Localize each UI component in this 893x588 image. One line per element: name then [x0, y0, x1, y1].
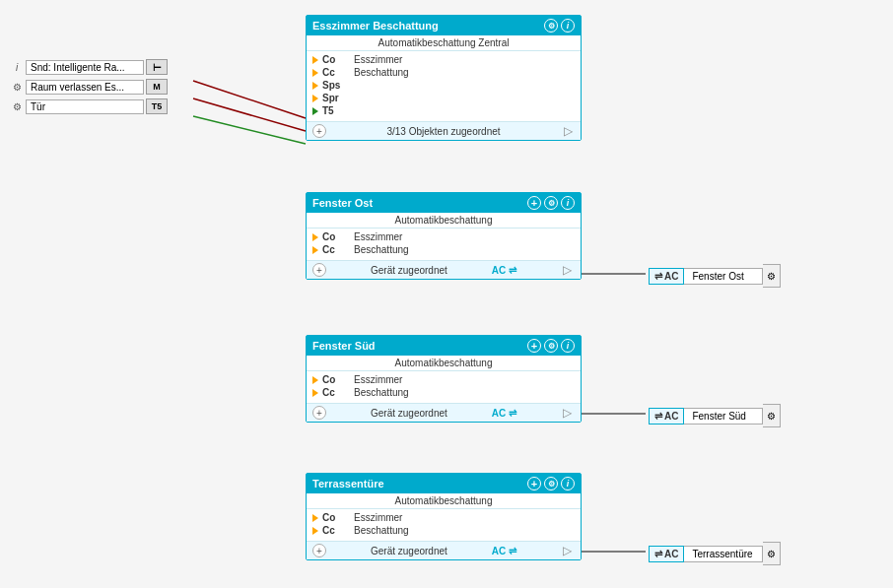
- left-item-tur-button[interactable]: T5: [146, 98, 168, 114]
- footer-plus-block4[interactable]: +: [312, 544, 326, 557]
- device-ac-icon-2: ⇌: [654, 411, 662, 422]
- row-value-co: Esszimmer: [354, 54, 402, 65]
- block-terrassenture-row-cc: Cc Beschattung: [312, 524, 575, 537]
- footer-ac-block2[interactable]: AC ⇌: [492, 265, 516, 276]
- svg-line-2: [193, 116, 306, 144]
- row-value-cc: Beschattung: [354, 67, 409, 78]
- footer-arrow-block3: ▷: [561, 406, 575, 420]
- info-icon-block4[interactable]: i: [561, 477, 575, 490]
- connector-terrassenture-cc: [312, 527, 318, 535]
- plus-icon-block3[interactable]: +: [527, 339, 541, 353]
- block-terrassenture-title: Terrassentüre: [312, 478, 527, 490]
- gear-icon-block4[interactable]: ⚙: [544, 477, 558, 490]
- footer-ac-block3[interactable]: AC ⇌: [492, 408, 516, 419]
- row-value-fenster-ost-cc: Beschattung: [354, 244, 409, 255]
- device-gear-fenster-ost[interactable]: ⚙: [763, 264, 781, 288]
- block-fenster-sud-header: Fenster Süd + ⚙ i: [307, 336, 581, 356]
- left-item-raum-button[interactable]: M: [146, 79, 168, 95]
- connector-fenster-ost-cc: [312, 246, 318, 254]
- block-esszimmer-row-t5: T5: [312, 104, 575, 117]
- row-label-terrassenture-cc: Cc: [322, 525, 350, 536]
- block-fenster-sud-header-icons: + ⚙ i: [527, 339, 575, 353]
- block-esszimmer-header: Esszimmer Beschattung ⚙ i: [307, 16, 581, 35]
- gear-icon-block3[interactable]: ⚙: [544, 339, 558, 353]
- connector-cc: [312, 69, 318, 77]
- block-fenster-ost-subtitle: Automatikbeschattung: [307, 213, 581, 229]
- svg-line-0: [193, 81, 306, 118]
- block-fenster-ost-row-co: Co Esszimmer: [312, 230, 575, 243]
- left-item-snd-button[interactable]: ⊢: [146, 59, 168, 75]
- block-terrassenture: Terrassentüre + ⚙ i Automatikbeschattung…: [306, 473, 582, 560]
- block-fenster-ost-title: Fenster Ost: [312, 197, 527, 209]
- block-fenster-sud-body: Co Esszimmer Cc Beschattung: [307, 371, 581, 403]
- block-fenster-sud-title: Fenster Süd: [312, 340, 527, 352]
- row-value-fenster-ost-co: Esszimmer: [354, 231, 402, 242]
- block-fenster-ost-header-icons: + ⚙ i: [527, 196, 575, 210]
- connector-sps: [312, 82, 318, 90]
- device-ac-fenster-ost[interactable]: ⇌ AC: [649, 268, 684, 285]
- footer-ac-block4[interactable]: AC ⇌: [492, 546, 516, 556]
- row-label-terrassenture-co: Co: [322, 512, 350, 523]
- gear-icon-raum: ⚙: [10, 80, 24, 94]
- row-label-spr: Spr: [322, 93, 350, 103]
- info-icon-block2[interactable]: i: [561, 196, 575, 210]
- block-terrassenture-header-icons: + ⚙ i: [527, 477, 575, 490]
- device-block-terrassenture: ⇌ AC Terrassentüre ⚙: [649, 542, 781, 565]
- connector-terrassenture-co: [312, 514, 318, 522]
- block-fenster-sud-footer: + Gerät zugeordnet AC ⇌ ▷: [307, 403, 581, 422]
- block-terrassenture-footer-text: Gerät zugeordnet: [371, 546, 447, 556]
- device-name-terrassenture: Terrassentüre: [692, 549, 752, 559]
- left-item-tur: ⚙ Tür T5: [10, 98, 168, 114]
- row-value-fenster-sud-co: Esszimmer: [354, 374, 402, 385]
- footer-plus-block3[interactable]: +: [312, 406, 326, 420]
- block-fenster-sud-row-co: Co Esszimmer: [312, 373, 575, 386]
- block-fenster-ost: Fenster Ost + ⚙ i Automatikbeschattung C…: [306, 192, 582, 280]
- block-fenster-ost-footer: + Gerät zugeordnet AC ⇌ ▷: [307, 260, 581, 279]
- device-gear-terrassenture[interactable]: ⚙: [763, 542, 781, 565]
- footer-plus-block2[interactable]: +: [312, 263, 326, 277]
- plus-icon-block2[interactable]: +: [527, 196, 541, 210]
- device-block-fenster-sud: ⇌ AC Fenster Süd ⚙: [649, 404, 781, 427]
- block-fenster-sud-footer-text: Gerät zugeordnet: [371, 408, 447, 419]
- block-esszimmer: Esszimmer Beschattung ⚙ i Automatikbesch…: [306, 15, 582, 141]
- info-icon-block3[interactable]: i: [561, 339, 575, 353]
- gear-icon-block1[interactable]: ⚙: [544, 19, 558, 33]
- connector-co: [312, 56, 318, 64]
- block-fenster-sud-subtitle: Automatikbeschattung: [307, 356, 581, 371]
- device-ac-terrassenture[interactable]: ⇌ AC: [649, 546, 684, 562]
- info-icon: i: [10, 60, 24, 74]
- left-item-tur-label: Tür: [26, 99, 144, 114]
- footer-arrow-block2: ▷: [561, 263, 575, 277]
- left-panel: i Snd: Intelligente Ra... ⊢ ⚙ Raum verla…: [10, 59, 168, 114]
- ac-label-block2: AC ⇌: [492, 265, 516, 276]
- device-name-fenster-ost: Fenster Ost: [692, 271, 743, 282]
- footer-plus-block1[interactable]: +: [312, 124, 326, 138]
- block-terrassenture-body: Co Esszimmer Cc Beschattung: [307, 509, 581, 541]
- device-ac-icon-3: ⇌: [654, 549, 662, 559]
- device-gear-fenster-sud[interactable]: ⚙: [763, 404, 781, 427]
- row-value-fenster-sud-cc: Beschattung: [354, 387, 409, 398]
- info-icon-block1[interactable]: i: [561, 19, 575, 33]
- device-label-fenster-sud: Fenster Süd: [684, 408, 763, 425]
- device-label-terrassenture: Terrassentüre: [684, 546, 763, 562]
- gear-icon-block2[interactable]: ⚙: [544, 196, 558, 210]
- row-label-fenster-sud-co: Co: [322, 374, 350, 385]
- block-esszimmer-header-icons: ⚙ i: [544, 19, 575, 33]
- block-fenster-ost-row-cc: Cc Beschattung: [312, 243, 575, 256]
- block-fenster-ost-footer-text: Gerät zugeordnet: [371, 265, 447, 276]
- block-esszimmer-row-cc: Cc Beschattung: [312, 66, 575, 79]
- block-esszimmer-row-sps: Sps: [312, 79, 575, 92]
- block-esszimmer-body: Co Esszimmer Cc Beschattung Sps Spr: [307, 51, 581, 121]
- block-esszimmer-footer: + 3/13 Objekten zugeordnet ▷: [307, 121, 581, 140]
- row-value-terrassenture-co: Esszimmer: [354, 512, 402, 523]
- left-item-raum-label: Raum verlassen Es...: [26, 80, 144, 95]
- block-terrassenture-subtitle: Automatikbeschattung: [307, 493, 581, 509]
- device-ac-icon-1: ⇌: [654, 271, 662, 282]
- device-label-fenster-ost: Fenster Ost: [684, 268, 763, 285]
- plus-icon-block4[interactable]: +: [527, 477, 541, 490]
- row-label-fenster-ost-co: Co: [322, 231, 350, 242]
- block-terrassenture-row-co: Co Esszimmer: [312, 511, 575, 524]
- connector-t5: [312, 107, 318, 115]
- device-ac-label-1: AC: [664, 271, 678, 282]
- device-ac-fenster-sud[interactable]: ⇌ AC: [649, 408, 684, 425]
